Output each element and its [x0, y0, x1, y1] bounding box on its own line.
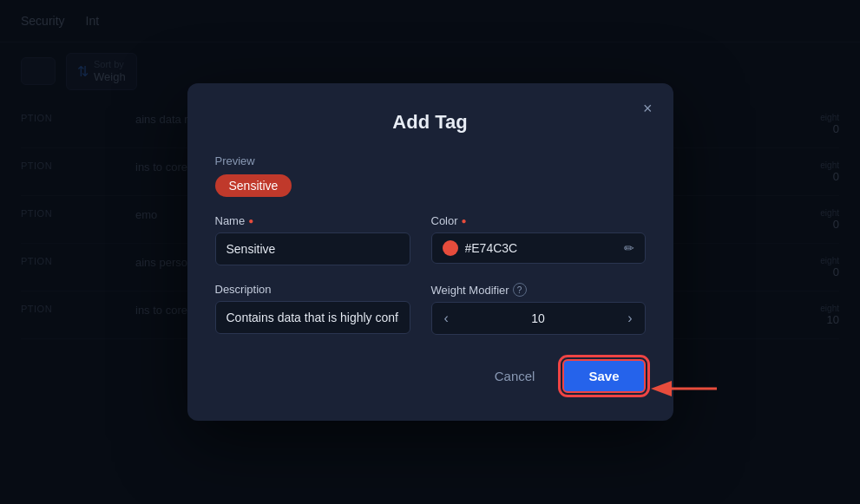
modal-overlay: × Add Tag Preview Sensitive Name ● Color… — [0, 0, 860, 504]
color-required: ● — [462, 216, 467, 226]
stepper-decrement-button[interactable]: ‹ — [432, 303, 461, 334]
name-required: ● — [248, 216, 253, 226]
help-icon[interactable]: ? — [513, 283, 527, 297]
stepper-increment-button[interactable]: › — [615, 303, 644, 334]
color-group: Color ● ✏ — [431, 214, 646, 265]
preview-label: Preview — [215, 154, 646, 167]
save-button[interactable]: Save — [562, 359, 645, 393]
weight-group: Weight Modifier ? ‹ 10 › — [431, 283, 646, 335]
color-dot — [443, 240, 458, 256]
stepper-value: 10 — [461, 311, 615, 325]
name-group: Name ● — [215, 214, 410, 265]
form-grid: Name ● Color ● ✏ Description — [215, 214, 646, 335]
weight-label: Weight Modifier ? — [431, 283, 646, 297]
cancel-button[interactable]: Cancel — [481, 362, 549, 390]
name-input[interactable] — [215, 232, 410, 265]
name-label: Name ● — [215, 214, 410, 227]
color-value-input[interactable] — [465, 241, 617, 255]
preview-tag: Sensitive — [215, 174, 292, 197]
add-tag-modal: × Add Tag Preview Sensitive Name ● Color… — [187, 83, 673, 421]
description-input[interactable] — [215, 301, 410, 334]
description-group: Description — [215, 283, 410, 335]
color-label: Color ● — [431, 214, 646, 227]
color-input-wrapper[interactable]: ✏ — [431, 232, 646, 264]
edit-icon[interactable]: ✏ — [624, 241, 634, 255]
modal-title: Add Tag — [215, 111, 646, 134]
weight-stepper: ‹ 10 › — [431, 302, 646, 335]
preview-section: Preview Sensitive — [215, 154, 646, 197]
close-button[interactable]: × — [640, 97, 656, 120]
description-label: Description — [215, 283, 410, 296]
modal-footer: Cancel Save — [215, 359, 646, 393]
